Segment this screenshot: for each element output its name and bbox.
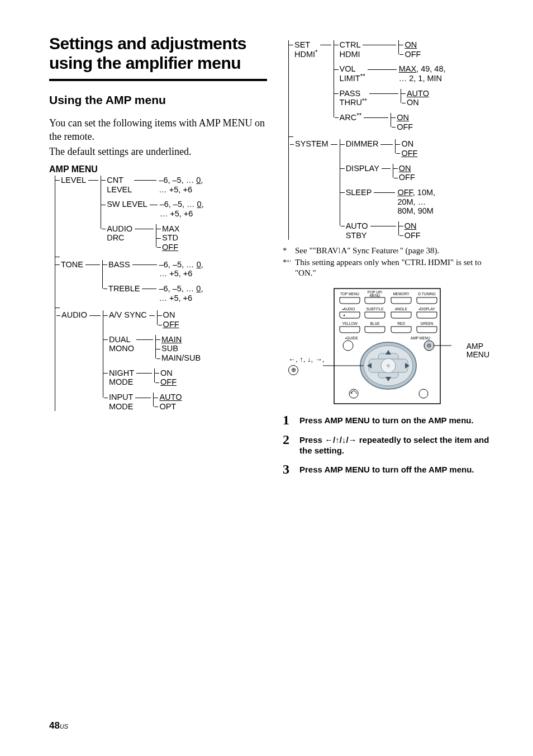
left-column: Settings and adjustments using the ampli… <box>49 34 267 484</box>
display-label: DISPLAY <box>346 164 379 173</box>
dimmer-label: DIMMER <box>346 139 379 149</box>
auto-stby-label: AUTOSTBY <box>346 221 368 240</box>
cnt-level-values: –6, –5, … 0,… +5, +6 <box>159 176 203 194</box>
ctrl-hdmi-off: OFF <box>399 50 421 59</box>
svg-text:D.TUNING: D.TUNING <box>418 292 435 296</box>
menu-tree-right: SETHDMI* CTRLHDMI ON <box>283 40 492 240</box>
menu-tree-left: LEVEL CNTLEVEL –6, –5, … 0,… +5, +6 <box>49 176 267 411</box>
right-column: SETHDMI* CTRLHDMI ON <box>283 34 492 484</box>
heading-rule <box>49 79 267 81</box>
two-column-layout: Settings and adjustments using the ampli… <box>49 34 492 484</box>
audio-label: AUDIO <box>61 310 87 320</box>
vol-limit-values: MAX, 49, 48,… 2, 1, MIN <box>399 64 446 83</box>
display-off: OFF <box>393 173 415 182</box>
tree-level: LEVEL CNTLEVEL –6, –5, … 0,… +5, +6 <box>55 176 267 252</box>
callout-arrow-keys: ←, ↑, ↓, →, ⊕ <box>288 356 324 374</box>
sw-level-label: SW LEVEL <box>107 200 147 209</box>
set-hdmi-label: SETHDMI* <box>294 40 318 59</box>
svg-text:MEMORY: MEMORY <box>393 292 410 296</box>
night-on: ON <box>155 368 177 378</box>
footnotes: * See ""BRAVIA" Sync Features" (page 38)… <box>283 245 492 278</box>
svg-point-17 <box>343 341 353 351</box>
svg-text:BLUE: BLUE <box>370 322 380 325</box>
callout-amp-menu: AMPMENU <box>467 342 489 360</box>
audio-drc-std: STD <box>156 233 179 243</box>
svg-point-30 <box>388 365 389 366</box>
svg-point-10 <box>344 314 345 315</box>
display-on: ON <box>393 164 415 173</box>
heading-line1: Settings and adjustments <box>49 34 246 53</box>
audio-drc-label: AUDIODRC <box>107 224 132 243</box>
remote-diagram: TOP MENU POP UP/MENU MEMORY D.TUNING <box>283 287 492 410</box>
svg-point-32 <box>419 389 428 398</box>
ctrl-hdmi-label: CTRLHDMI <box>340 40 361 59</box>
pass-thru-label: PASSTHRU** <box>340 89 367 107</box>
sleep-label: SLEEP <box>346 188 372 197</box>
night-mode-label: NIGHTMODE <box>109 368 134 387</box>
cnt-level-label: CNTLEVEL <box>107 176 132 194</box>
night-off: OFF <box>155 377 177 387</box>
step-1: 1 Press AMP MENU to turn on the AMP menu… <box>283 415 492 427</box>
svg-text:RED: RED <box>397 322 405 325</box>
remote-svg: TOP MENU POP UP/MENU MEMORY D.TUNING <box>323 287 451 405</box>
enter-icon: ⊕ <box>288 365 298 375</box>
tree-system: SYSTEM DIMMER ON <box>289 139 492 240</box>
intro-text-2: The default settings are underlined. <box>49 145 267 159</box>
subheading: Using the AMP menu <box>49 93 267 107</box>
audio-drc-off: OFF <box>156 243 179 252</box>
page-number: 48US <box>49 720 68 731</box>
input-opt: OPT <box>154 402 182 412</box>
heading-line2: using the amplifier menu <box>49 54 241 72</box>
svg-point-31 <box>349 389 358 398</box>
vol-limit-label: VOLLIMIT** <box>340 64 365 83</box>
dual-mono-sub: SUB <box>156 344 201 353</box>
svg-text:•GUIDE: •GUIDE <box>345 336 359 340</box>
svg-text:MENU: MENU <box>369 294 380 297</box>
av-sync-label: A/V SYNC <box>109 310 147 320</box>
input-auto: AUTO <box>154 393 182 402</box>
dual-mono-main: MAIN <box>156 335 201 344</box>
dimmer-off: OFF <box>396 149 417 158</box>
tree-set-hdmi: SETHDMI* CTRLHDMI ON <box>289 40 492 131</box>
footnote-1: * See ""BRAVIA" Sync Features" (page 38)… <box>283 245 492 256</box>
audio-drc-max: MAX <box>156 224 179 234</box>
level-label: LEVEL <box>61 176 86 185</box>
tree-audio: AUDIO A/V SYNC ON <box>55 310 267 411</box>
svg-text:GREEN: GREEN <box>420 322 433 325</box>
dimmer-on: ON <box>396 139 417 149</box>
footnote-2: ** This setting appears only when "CTRL … <box>283 257 492 278</box>
step-2: 2 Press ←/↑/↓/→ repeatedly to select the… <box>283 434 492 456</box>
pass-thru-auto: AUTO <box>401 89 429 98</box>
ctrl-hdmi-on: ON <box>399 40 421 50</box>
sw-level-values: –6, –5, … 0,… +5, +6 <box>160 200 204 218</box>
arc-on: ON <box>391 113 413 122</box>
tree-tone: TONE BASS –6, –5, … 0,… +5, +6 <box>55 260 267 303</box>
svg-text:•AUDIO: •AUDIO <box>342 307 355 311</box>
av-sync-on: ON <box>158 310 179 320</box>
dual-mono-mainsub: MAIN/SUB <box>156 353 201 363</box>
arc-off: OFF <box>391 122 413 132</box>
dual-mono-label: DUALMONO <box>109 335 134 353</box>
tone-label: TONE <box>61 260 83 270</box>
treble-values: –6, –5, … 0,… +5, +6 <box>159 284 203 303</box>
page: Settings and adjustments using the ampli… <box>0 0 533 756</box>
bass-label: BASS <box>108 260 130 270</box>
arc-label: ARC** <box>340 113 362 122</box>
svg-text:•DISPLAY: •DISPLAY <box>418 307 435 311</box>
av-sync-off: OFF <box>158 320 179 329</box>
intro-text-1: You can set the following items with AMP… <box>49 117 267 144</box>
step-3: 3 Press AMP MENU to turn off the AMP men… <box>283 464 492 476</box>
auto-stby-on: ON <box>399 221 421 231</box>
system-label: SYSTEM <box>295 139 329 149</box>
bass-values: –6, –5, … 0,… +5, +6 <box>159 260 203 278</box>
svg-text:TOP MENU: TOP MENU <box>340 292 359 296</box>
pass-thru-on: ON <box>401 98 429 107</box>
svg-text:AMP MENU: AMP MENU <box>411 336 430 340</box>
svg-text:YELLOW: YELLOW <box>342 322 358 325</box>
section-heading: Settings and adjustments using the ampli… <box>49 34 267 73</box>
sleep-values: OFF, 10M,20M, …80M, 90M <box>397 188 435 216</box>
svg-text:SUBTITLE: SUBTITLE <box>366 307 384 311</box>
treble-label: TREBLE <box>108 284 140 294</box>
svg-text:ANGLE: ANGLE <box>395 307 408 311</box>
amp-menu-title: AMP MENU <box>49 164 267 174</box>
